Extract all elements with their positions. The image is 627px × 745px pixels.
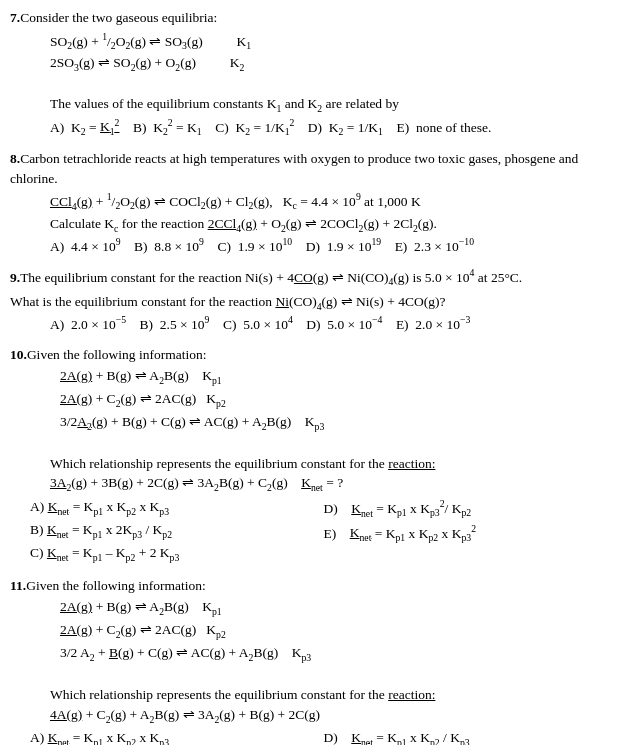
question-7: 7.Consider the two gaseous equilibria: S… <box>10 8 617 139</box>
q8-eq1: CCl4(g) + 1/2O2(g) ⇌ COCl2(g) + Cl2(g), … <box>50 190 617 213</box>
q10-choiceE: E) Knet = Kp1 x Kp2 x Kp32 <box>324 522 618 545</box>
q11-eq1: 2A(g) + B(g) ⇌ A2B(g) Kp1 <box>60 597 617 619</box>
q7-eq1: SO2(g) + 1/2O2(g) ⇌ SO3(g) K1 <box>50 30 617 53</box>
q10-choices-left: A) Knet = Kp1 x Kp2 x Kp3 B) Knet = Kp1 … <box>30 497 324 565</box>
question-10: 10.Given the following information: 2A(g… <box>10 345 617 566</box>
q7-body: The values of the equilibrium constants … <box>50 94 617 116</box>
q7-choices: A) K2 = K12 B) K22 = K1 C) K2 = 1/K12 D)… <box>50 116 617 139</box>
q11-eq3: 3/2 A2 + B(g) + C(g) ⇌ AC(g) + A2B(g) Kp… <box>60 643 617 665</box>
q11-title: 11.Given the following information: <box>10 576 617 596</box>
q7-title: 7.Consider the two gaseous equilibria: <box>10 8 617 28</box>
q10-choiceD: D) Knet = Kp1 x Kp32/ Kp2 <box>324 497 618 520</box>
q9-subtitle: What is the equilibrium constant for the… <box>10 292 617 314</box>
q10-choiceC: C) Knet = Kp1 – Kp2 + 2 Kp3 <box>30 543 324 565</box>
q10-choiceA: A) Knet = Kp1 x Kp2 x Kp3 <box>30 497 324 519</box>
q10-body: Which relationship represents the equili… <box>50 454 617 474</box>
q10-choices-right: D) Knet = Kp1 x Kp32/ Kp2 E) Knet = Kp1 … <box>324 497 618 565</box>
q10-target: 3A2(g) + 3B(g) + 2C(g) ⇌ 3A2B(g) + C2(g)… <box>50 473 617 495</box>
q11-choices: A) Knet = Kp1 x Kp2 x Kp3 B) Knet = Kp1 … <box>30 728 617 745</box>
q10-eq2: 2A(g) + C2(g) ⇌ 2AC(g) Kp2 <box>60 389 617 411</box>
q11-choices-left: A) Knet = Kp1 x Kp2 x Kp3 B) Knet = Kp1 … <box>30 728 324 745</box>
q10-equations: 2A(g) + B(g) ⇌ A2B(g) Kp1 2A(g) + C2(g) … <box>60 366 617 433</box>
q7-eq2: 2SO3(g) ⇌ SO2(g) + O2(g) K2 <box>50 53 617 75</box>
question-11: 11.Given the following information: 2A(g… <box>10 576 617 745</box>
q11-choices-right: D) Knet = Kp1 x Kp2 / Kp3 E) Knet = Kp1 … <box>324 728 618 745</box>
q11-choiceD: D) Knet = Kp1 x Kp2 / Kp3 <box>324 728 618 745</box>
q11-body: Which relationship represents the equili… <box>50 685 617 705</box>
q11-target: 4A(g) + C2(g) + A2B(g) ⇌ 3A2(g) + B(g) +… <box>50 705 617 727</box>
q9-title: 9.The equilibrium constant for the react… <box>10 266 617 289</box>
q10-choiceB: B) Knet = Kp1 x 2Kp3 / Kp2 <box>30 520 324 542</box>
q11-eq2: 2A(g) + C2(g) ⇌ 2AC(g) Kp2 <box>60 620 617 642</box>
q10-title: 10.Given the following information: <box>10 345 617 365</box>
q10-eq3: 3/2A2(g) + B(g) + C(g) ⇌ AC(g) + A2B(g) … <box>60 412 617 434</box>
q9-choices: A) 2.0 × 10−5 B) 2.5 × 109 C) 5.0 × 104 … <box>50 313 617 334</box>
q10-eq1: 2A(g) + B(g) ⇌ A2B(g) Kp1 <box>60 366 617 388</box>
q8-title: 8.Carbon tetrachloride reacts at high te… <box>10 149 617 188</box>
question-9: 9.The equilibrium constant for the react… <box>10 266 617 334</box>
q11-equations: 2A(g) + B(g) ⇌ A2B(g) Kp1 2A(g) + C2(g) … <box>60 597 617 664</box>
q8-choices: A) 4.4 × 109 B) 8.8 × 109 C) 1.9 × 1010 … <box>50 235 617 256</box>
question-8: 8.Carbon tetrachloride reacts at high te… <box>10 149 617 256</box>
q8-eq2: Calculate Kc for the reaction 2CCl4(g) +… <box>50 214 617 236</box>
q10-choices: A) Knet = Kp1 x Kp2 x Kp3 B) Knet = Kp1 … <box>30 497 617 565</box>
q11-choiceA: A) Knet = Kp1 x Kp2 x Kp3 <box>30 728 324 745</box>
